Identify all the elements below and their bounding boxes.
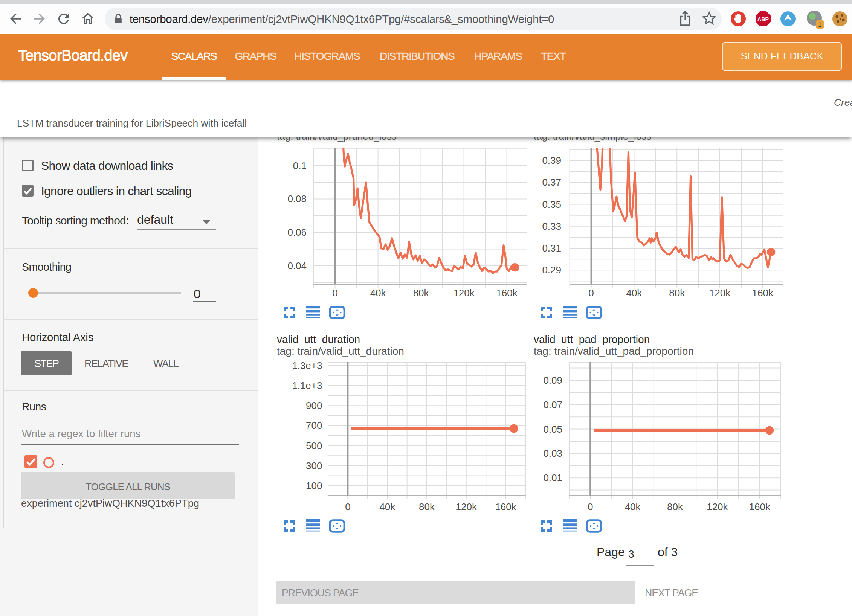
svg-text:0: 0 [345,501,350,512]
svg-text:0.35: 0.35 [542,199,561,210]
svg-text:120k: 120k [709,287,731,299]
svg-text:40k: 40k [626,287,642,299]
svg-text:120k: 120k [453,287,475,299]
svg-text:120k: 120k [707,501,728,512]
svg-text:160k: 160k [752,287,774,299]
svg-text:80k: 80k [413,287,429,299]
svg-text:900: 900 [306,400,322,411]
svg-text:0.33: 0.33 [542,221,561,232]
svg-text:0.39: 0.39 [542,155,561,166]
svg-text:0.07: 0.07 [543,399,562,410]
svg-text:1: 1 [818,21,821,28]
svg-text:0: 0 [588,287,594,299]
svg-text:700: 700 [306,420,322,431]
svg-text:80k: 80k [419,501,435,512]
svg-text:0.06: 0.06 [287,227,307,238]
svg-text:0.09: 0.09 [543,375,562,386]
svg-text:0.29: 0.29 [542,264,561,276]
svg-text:0: 0 [588,501,593,512]
svg-text:0.1: 0.1 [293,160,307,171]
svg-text:40k: 40k [379,501,395,512]
svg-text:0.01: 0.01 [543,472,562,483]
svg-text:160k: 160k [749,501,771,512]
svg-text:0: 0 [332,287,337,299]
svg-text:40k: 40k [625,501,641,512]
svg-text:300: 300 [306,460,322,471]
svg-text:0.03: 0.03 [543,448,562,459]
svg-text:40k: 40k [370,287,386,299]
svg-text:ABP: ABP [757,16,769,22]
svg-text:0.08: 0.08 [287,193,307,204]
svg-text:500: 500 [306,440,322,451]
svg-text:80k: 80k [667,501,683,512]
svg-text:100: 100 [306,480,322,491]
svg-text:80k: 80k [669,287,685,299]
svg-text:0.31: 0.31 [542,242,561,254]
svg-text:0.37: 0.37 [542,177,561,188]
svg-text:120k: 120k [456,501,477,512]
svg-text:160k: 160k [496,287,518,299]
svg-text:1.3e+3: 1.3e+3 [292,362,322,371]
svg-text:0.05: 0.05 [543,424,562,435]
svg-text:0.04: 0.04 [287,260,307,271]
svg-text:160k: 160k [495,501,516,512]
svg-text:1.1e+3: 1.1e+3 [292,380,322,391]
